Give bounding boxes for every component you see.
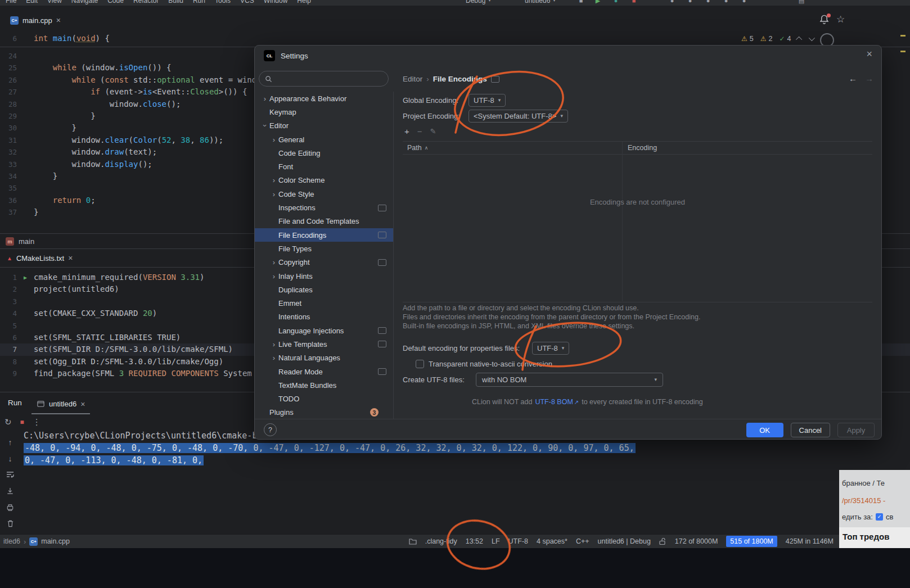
more-options-icon[interactable]: ⋮ (33, 417, 42, 427)
run-icon[interactable]: ▶ (594, 0, 602, 5)
chevron-collapsed-icon[interactable]: › (269, 135, 278, 144)
menu-item-view[interactable]: View (47, 0, 62, 6)
statusbar-item-172-of-8000m[interactable]: 172 of 8000M (675, 537, 718, 545)
stop-icon[interactable]: ■ (20, 418, 24, 426)
settings-tree-item-plugins[interactable]: Plugins3 (255, 406, 393, 419)
settings-gear-icon[interactable]: ● (740, 0, 748, 5)
back-arrow-icon[interactable]: ← (849, 74, 857, 83)
settings-tree-item-appearance-behavior[interactable]: ›Appearance & Behavior (255, 92, 393, 105)
ok-button[interactable]: OK (746, 423, 783, 437)
settings-tree-item-code-editing[interactable]: Code Editing (255, 146, 393, 160)
settings-tree-item-copyright[interactable]: ›Copyright (255, 256, 393, 269)
add-user-icon[interactable]: ● (704, 0, 712, 5)
settings-tree-item-natural-languages[interactable]: ›Natural Languages (255, 351, 393, 365)
folder-icon[interactable] (409, 538, 417, 545)
peek-link[interactable]: /pr/3514015 - (842, 496, 885, 505)
properties-encoding-dropdown[interactable]: UTF-8▾ (532, 342, 569, 355)
favorites-star-icon[interactable]: ☆ (836, 13, 845, 25)
column-header-encoding[interactable]: Encoding (628, 144, 657, 152)
unlock-icon[interactable] (659, 537, 666, 545)
settings-tree-item-file-types[interactable]: File Types (255, 242, 393, 255)
statusbar-item-clang-tidy[interactable]: .clang-tidy (425, 537, 457, 545)
statusbar-item-425m-in-1146m[interactable]: 425M in 1146M (786, 537, 834, 545)
stop-icon[interactable]: ■ (630, 0, 638, 5)
close-icon[interactable]: × (866, 48, 872, 60)
run-tab-untitled6[interactable]: untitled6 × (31, 395, 90, 414)
statusbar-item-lf[interactable]: LF (492, 537, 500, 545)
run-line-icon[interactable]: ▶ (17, 272, 34, 283)
menu-item-tools[interactable]: Tools (215, 0, 231, 6)
statusbar-item-utf-8[interactable]: UTF-8 (508, 537, 528, 545)
menu-item-code[interactable]: Code (107, 0, 124, 6)
edit-pencil-icon[interactable]: ✎ (430, 127, 436, 135)
run-panel-title[interactable]: Run (8, 399, 22, 407)
scroll-to-end-icon[interactable] (6, 487, 15, 496)
settings-tree-item-file-encodings[interactable]: File Encodings (255, 228, 393, 242)
settings-tree-item-inspections[interactable]: Inspections (255, 201, 393, 214)
menu-item-navigate[interactable]: Navigate (71, 0, 98, 6)
settings-tree-item-code-style[interactable]: ›Code Style (255, 187, 393, 201)
settings-tree-item-language-injections[interactable]: Language Injections (255, 324, 393, 337)
chevron-collapsed-icon[interactable]: › (269, 272, 278, 281)
menu-item-window[interactable]: Window (264, 0, 288, 6)
statusbar-item-13-52[interactable]: 13:52 (466, 537, 483, 545)
settings-tree-item-emmet[interactable]: Emmet (255, 296, 393, 310)
global-encoding-dropdown[interactable]: UTF-8▾ (468, 94, 506, 107)
menu-item-run[interactable]: Run (193, 0, 205, 6)
peek-top-threads[interactable]: Топ тредов (839, 527, 910, 548)
toolbar-icon-1[interactable]: ● (668, 0, 676, 5)
help-button[interactable]: ? (264, 423, 277, 436)
utf8-bom-link[interactable]: UTF-8 BOM↗ (535, 398, 579, 406)
statusbar-item-c[interactable]: C++ (576, 537, 589, 545)
close-icon[interactable]: × (80, 400, 85, 409)
layout-icon[interactable]: ▤ (798, 0, 805, 5)
debug-icon[interactable]: ● (612, 0, 620, 5)
settings-tree-item-duplicates[interactable]: Duplicates (255, 283, 393, 296)
breadcrumb-project[interactable]: itled6 (3, 537, 20, 545)
column-divider[interactable] (622, 142, 623, 301)
tab-main-cpp[interactable]: C+ main.cpp × (4, 11, 66, 30)
down-arrow-icon[interactable]: ↓ (6, 454, 15, 463)
up-arrow-icon[interactable]: ↑ (6, 438, 15, 447)
notifications-bell-icon[interactable] (819, 14, 830, 25)
chevron-collapsed-icon[interactable]: › (269, 340, 278, 349)
toolbar-icon-2[interactable]: ● (686, 0, 694, 5)
column-header-path[interactable]: Path∧ (403, 144, 428, 152)
settings-tree-item-font[interactable]: Font (255, 160, 393, 173)
settings-tree-item-reader-mode[interactable]: Reader Mode (255, 365, 393, 378)
chevron-collapsed-icon[interactable]: › (269, 176, 278, 184)
statusbar-item-4-spaces[interactable]: 4 spaces* (537, 537, 567, 545)
chevron-collapsed-icon[interactable]: › (269, 258, 278, 266)
debug-config-selector[interactable]: Debug▾ (466, 0, 490, 6)
soft-wrap-icon[interactable] (6, 471, 15, 480)
settings-tree-item-color-scheme[interactable]: ›Color Scheme (255, 174, 393, 187)
statusbar-item-515-of-1800m[interactable]: 515 of 1800M (726, 536, 777, 547)
apply-button[interactable]: Apply (837, 423, 875, 437)
print-icon[interactable] (6, 503, 15, 512)
menu-item-file[interactable]: File (6, 0, 16, 6)
settings-tree-item-intentions[interactable]: Intentions (255, 310, 393, 324)
chevron-collapsed-icon[interactable]: › (260, 94, 269, 103)
menu-item-build[interactable]: Build (168, 0, 183, 6)
cancel-button[interactable]: Cancel (791, 423, 830, 437)
transparent-conversion-checkbox[interactable] (416, 360, 424, 368)
function-name[interactable]: main (19, 237, 34, 246)
settings-tree-item-inlay-hints[interactable]: ›Inlay Hints (255, 269, 393, 283)
menu-item-help[interactable]: Help (297, 0, 311, 6)
add-icon[interactable]: + (404, 126, 409, 136)
settings-tree-item-editor[interactable]: ›Editor (255, 119, 393, 133)
project-encoding-dropdown[interactable]: <System Default: UTF-8>▾ (468, 110, 568, 123)
settings-tree-item-file-and-code-templates[interactable]: File and Code Templates (255, 215, 393, 228)
create-utf8-dropdown[interactable]: with NO BOM▾ (476, 373, 663, 387)
run-config-selector[interactable]: untitled6▾ (525, 0, 555, 6)
prev-problem-icon[interactable] (796, 37, 802, 43)
settings-tree-item-textmate-bundles[interactable]: TextMate Bundles (255, 378, 393, 392)
menu-item-refactor[interactable]: Refactor (133, 0, 159, 6)
close-icon[interactable]: × (56, 16, 61, 25)
browser-peek-window[interactable]: бранное / Те /pr/3514015 - едить за: ✓ с… (839, 470, 910, 548)
statusbar-item-untitled6-debug[interactable]: untitled6 | Debug (598, 537, 651, 545)
search-everywhere-icon[interactable]: ● (722, 0, 730, 5)
chevron-collapsed-icon[interactable]: › (269, 190, 278, 198)
rerun-icon[interactable]: ↻ (4, 417, 12, 427)
forward-arrow-icon[interactable]: → (865, 74, 873, 83)
